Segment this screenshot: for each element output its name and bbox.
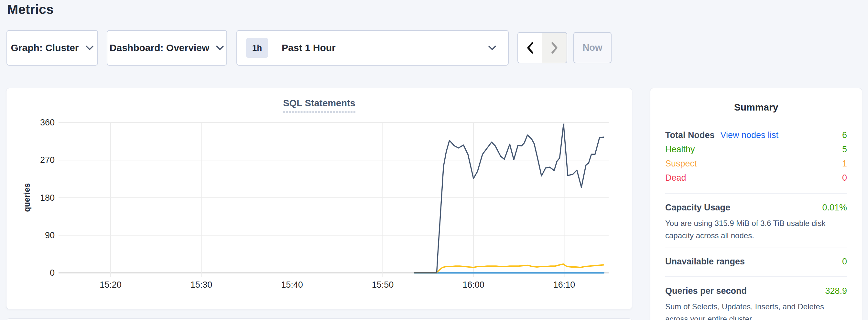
unavailable-ranges-row: Unavailable ranges 0 bbox=[665, 257, 847, 267]
chevron-down-icon bbox=[216, 45, 224, 51]
time-range-selector[interactable]: 1h Past 1 Hour bbox=[237, 30, 509, 66]
capacity-usage-label: Capacity Usage bbox=[665, 203, 730, 213]
suspect-value: 1 bbox=[842, 159, 847, 169]
capacity-usage-value: 0.01% bbox=[822, 203, 847, 213]
total-nodes-value: 6 bbox=[842, 130, 847, 140]
time-range-badge: 1h bbox=[246, 38, 268, 58]
dashboard-dropdown[interactable]: Dashboard: Overview bbox=[107, 30, 227, 66]
view-nodes-list-link[interactable]: View nodes list bbox=[720, 130, 779, 140]
queries-per-second-row: Queries per second 328.9 bbox=[665, 286, 847, 296]
svg-text:15:30: 15:30 bbox=[190, 280, 213, 290]
unavailable-ranges-value: 0 bbox=[842, 257, 847, 267]
graph-dropdown-label: Graph: Cluster bbox=[11, 42, 79, 53]
svg-text:180: 180 bbox=[40, 193, 55, 203]
chevron-down-icon bbox=[85, 45, 94, 51]
time-range-label: Past 1 Hour bbox=[282, 42, 336, 53]
svg-text:16:00: 16:00 bbox=[462, 280, 485, 290]
healthy-label: Healthy bbox=[665, 145, 695, 155]
graph-dropdown[interactable]: Graph: Cluster bbox=[6, 30, 98, 66]
chart-plot-area[interactable]: 09018027036015:2015:3015:4015:5016:0016:… bbox=[6, 88, 632, 310]
chevron-right-icon bbox=[551, 42, 559, 54]
queries-per-second-description: Sum of Selects, Updates, Inserts, and De… bbox=[665, 300, 847, 320]
time-step-buttons bbox=[518, 32, 567, 63]
svg-text:16:10: 16:10 bbox=[553, 280, 575, 290]
summary-title: Summary bbox=[650, 102, 862, 113]
suspect-nodes-row: Suspect 1 bbox=[665, 159, 847, 173]
divider bbox=[665, 193, 847, 194]
page-title: Metrics bbox=[7, 2, 54, 17]
summary-panel: Summary Total Nodes View nodes list 6 He… bbox=[650, 88, 862, 320]
svg-text:15:50: 15:50 bbox=[372, 280, 394, 290]
svg-text:270: 270 bbox=[40, 155, 55, 165]
healthy-nodes-row: Healthy 5 bbox=[665, 145, 847, 159]
svg-text:15:20: 15:20 bbox=[100, 280, 122, 290]
now-button[interactable]: Now bbox=[574, 32, 612, 63]
unavailable-ranges-label: Unavailable ranges bbox=[665, 257, 745, 267]
total-nodes-label: Total Nodes bbox=[665, 130, 715, 140]
svg-text:360: 360 bbox=[40, 118, 55, 127]
divider bbox=[665, 248, 847, 248]
next-chart-card bbox=[6, 318, 632, 320]
chevron-left-icon bbox=[526, 42, 534, 54]
capacity-usage-row: Capacity Usage 0.01% bbox=[665, 203, 847, 213]
queries-per-second-value: 328.9 bbox=[825, 286, 847, 296]
dashboard-dropdown-label: Dashboard: Overview bbox=[110, 42, 209, 53]
healthy-value: 5 bbox=[842, 145, 847, 155]
next-time-button[interactable] bbox=[542, 33, 567, 63]
svg-text:0: 0 bbox=[50, 268, 55, 278]
svg-text:queries: queries bbox=[22, 183, 31, 212]
svg-text:90: 90 bbox=[45, 230, 55, 240]
capacity-usage-description: You are using 315.9 MiB of 3.6 TiB usabl… bbox=[665, 217, 847, 242]
dead-value: 0 bbox=[842, 173, 847, 183]
divider bbox=[665, 276, 847, 277]
chevron-down-icon bbox=[488, 45, 496, 51]
chart-title[interactable]: SQL Statements bbox=[283, 98, 355, 113]
queries-per-second-label: Queries per second bbox=[665, 286, 747, 296]
dead-nodes-row: Dead 0 bbox=[665, 173, 847, 187]
sql-statements-chart-card: SQL Statements 09018027036015:2015:3015:… bbox=[6, 88, 632, 309]
prev-time-button[interactable] bbox=[518, 33, 542, 63]
svg-text:15:40: 15:40 bbox=[281, 280, 303, 290]
dead-label: Dead bbox=[665, 173, 686, 183]
total-nodes-row: Total Nodes View nodes list 6 bbox=[665, 130, 847, 145]
suspect-label: Suspect bbox=[665, 159, 697, 169]
